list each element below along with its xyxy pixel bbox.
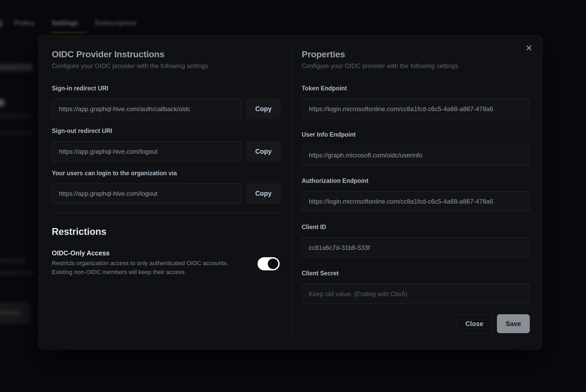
client-secret-label: Client Secret: [302, 270, 339, 277]
user-info-endpoint-label: User Info Endpoint: [302, 131, 356, 138]
column-divider: [291, 48, 292, 337]
sign-out-redirect-uri-label: Sign-out redirect URI: [52, 127, 112, 135]
client-id-input[interactable]: [302, 238, 530, 258]
oidc-only-access-description: Existing non-OIDC members will keep thei…: [52, 269, 186, 276]
screen: Policy Settings Subscription ✕ OIDC Prov…: [0, 0, 586, 392]
save-button[interactable]: Save: [497, 314, 530, 333]
client-id-label: Client ID: [302, 224, 326, 231]
restrictions-divider: [52, 213, 280, 213]
token-endpoint-label: Token Endpoint: [302, 85, 347, 92]
authorization-endpoint-input[interactable]: [302, 191, 530, 212]
left-section-subtitle: Configure your OIDC provider with the fo…: [52, 62, 208, 70]
oidc-only-access-description: Restricts organization access to only au…: [52, 260, 228, 267]
organization-login-uri-label: Your users can login to the organization…: [52, 170, 177, 177]
close-button[interactable]: Close: [456, 314, 492, 333]
copy-sign-out-uri-button[interactable]: Copy: [246, 141, 281, 162]
authorization-endpoint-label: Authorization Endpoint: [302, 177, 368, 184]
restrictions-title: Restrictions: [52, 226, 106, 237]
toggle-thumb: [268, 259, 278, 269]
sign-out-redirect-uri-input[interactable]: [52, 141, 242, 162]
organization-login-uri-input[interactable]: [52, 183, 242, 204]
client-secret-input[interactable]: [302, 284, 530, 304]
close-icon[interactable]: ✕: [522, 41, 536, 55]
user-info-endpoint-input[interactable]: [302, 145, 530, 165]
sign-in-redirect-uri-input[interactable]: [52, 99, 242, 119]
copy-sign-in-uri-button[interactable]: Copy: [246, 99, 281, 119]
oidc-only-access-label: OIDC-Only Access: [52, 249, 110, 257]
right-section-title: Properties: [302, 49, 345, 59]
token-endpoint-input[interactable]: [302, 99, 530, 119]
right-section-subtitle: Configure your OIDC provider with the fo…: [302, 62, 458, 70]
sign-in-redirect-uri-label: Sign-in redirect URI: [52, 85, 108, 92]
left-section-title: OIDC Provider Instructions: [52, 49, 165, 59]
oidc-only-access-toggle[interactable]: [258, 257, 280, 270]
copy-login-uri-button[interactable]: Copy: [246, 183, 281, 204]
oidc-settings-dialog: ✕ OIDC Provider Instructions Configure y…: [38, 35, 542, 349]
